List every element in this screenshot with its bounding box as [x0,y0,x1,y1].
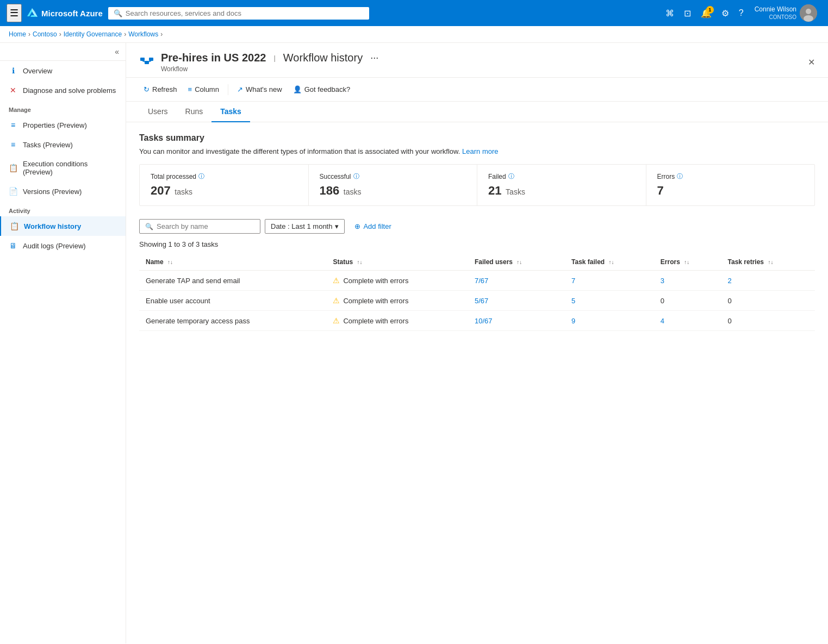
refresh-icon: ↻ [144,85,150,93]
errors-link-0[interactable]: 3 [661,277,664,285]
sidebar-item-properties[interactable]: ≡ Properties (Preview) [0,115,126,135]
settings-button[interactable]: ⚙ [718,5,732,22]
cloud-shell-button[interactable]: ⌘ [662,5,677,22]
sidebar-item-diagnose[interactable]: ✕ Diagnose and solve problems [0,80,126,100]
errors-link-2[interactable]: 4 [661,317,664,325]
status-text-2: Complete with errors [343,317,408,325]
info-icon: ℹ [9,66,17,75]
hamburger-menu[interactable]: ☰ [7,4,22,22]
successful-info-icon[interactable]: ⓘ [353,172,359,180]
failed-info-icon[interactable]: ⓘ [508,172,514,180]
task-retries-sort-icon[interactable]: ↑↓ [768,259,773,265]
sidebar-item-audit-logs[interactable]: 🖥 Audit logs (Preview) [0,236,126,255]
column-button[interactable]: ≡ Column [184,82,223,97]
failed-users-link-0[interactable]: 7/67 [475,277,488,285]
card-successful: Successful ⓘ 186 tasks [309,165,478,205]
refresh-label: Refresh [152,85,177,93]
sidebar-item-overview[interactable]: ℹ Overview [0,61,126,80]
task-failed-link-0[interactable]: 7 [571,277,575,285]
breadcrumb-home[interactable]: Home [9,30,26,38]
workflow-history-icon: 📋 [10,222,18,230]
summary-cards: Total processed ⓘ 207 tasks Successful ⓘ… [139,164,815,206]
sidebar-label-tasks: Tasks (Preview) [23,141,73,149]
total-processed-unit: tasks [175,187,192,196]
errors-value: 7 [657,184,664,197]
manage-section-header: Manage [0,100,126,115]
feedback-label: Got feedback? [304,85,351,93]
cell-name-2: Generate temporary access pass [139,311,326,331]
errors-value-1: 0 [661,297,664,305]
breadcrumb-sep-1: › [28,30,30,38]
tab-users[interactable]: Users [139,102,177,122]
sidebar-item-versions[interactable]: 📄 Versions (Preview) [0,182,126,201]
successful-label: Successful [320,173,351,180]
failed-users-sort-icon[interactable]: ↑↓ [516,259,522,265]
notifications-button[interactable]: 🔔 1 [698,5,715,22]
name-sort-icon[interactable]: ↑↓ [167,259,173,265]
learn-more-link[interactable]: Learn more [462,147,498,155]
directory-button[interactable]: ⊡ [681,5,694,22]
user-company: CONTOSO [755,14,796,21]
brand-name: Microsoft Azure [41,9,103,18]
task-failed-sort-icon[interactable]: ↑↓ [609,259,614,265]
tab-tasks[interactable]: Tasks [211,102,250,122]
search-input[interactable] [126,9,364,17]
page-header: Pre-hires in US 2022 | Workflow history … [126,43,828,78]
whats-new-label: What's new [246,85,282,93]
breadcrumb-contoso[interactable]: Contoso [33,30,57,38]
cloud-shell-icon: ⌘ [665,9,674,18]
sidebar-item-execution[interactable]: 📋 Execution conditions (Preview) [0,154,126,182]
user-profile[interactable]: Connie Wilson CONTOSO [750,2,821,24]
whats-new-button[interactable]: ↗ What's new [233,82,287,97]
section-description: You can monitor and investigate the diff… [139,147,815,155]
cell-failed-users-0: 7/67 [468,271,565,291]
failed-users-link-1[interactable]: 5/67 [475,297,488,305]
breadcrumb-workflows[interactable]: Workflows [128,30,158,38]
add-filter-button[interactable]: ⊕ Add filter [349,220,396,233]
date-filter-label: Date : Last 1 month [271,222,332,230]
failed-users-link-2[interactable]: 10/67 [475,317,493,325]
status-sort-icon[interactable]: ↑↓ [357,259,363,265]
col-header-status: Status ↑↓ [326,254,468,271]
name-search-input[interactable] [157,222,254,230]
collapse-icon: « [115,47,119,56]
cell-failed-users-2: 10/67 [468,311,565,331]
sidebar-item-tasks[interactable]: ≡ Tasks (Preview) [0,135,126,154]
errors-sort-icon[interactable]: ↑↓ [684,259,689,265]
tabs: Users Runs Tasks [126,102,828,122]
sidebar-item-workflow-history[interactable]: 📋 Workflow history [0,216,126,236]
total-processed-info-icon[interactable]: ⓘ [198,172,204,180]
warning-icon: ⚠ [333,316,340,325]
cell-task-failed-0: 7 [565,271,654,291]
failed-label: Failed [488,173,506,180]
help-button[interactable]: ? [736,5,747,21]
sidebar-collapse-area: « [0,43,126,61]
sidebar-collapse-button[interactable]: « [115,47,119,56]
search-input-container[interactable]: 🔍 [139,219,260,234]
close-button[interactable]: ✕ [808,57,815,67]
global-search[interactable]: 🔍 [108,7,369,20]
close-icon: ✕ [808,58,815,67]
breadcrumb-identity-governance[interactable]: Identity Governance [64,30,122,38]
avatar[interactable] [800,4,817,22]
table-row: Generate TAP and send email ⚠ Complete w… [139,271,815,291]
refresh-button[interactable]: ↻ Refresh [139,82,182,97]
activity-section-header: Activity [0,201,126,216]
brand-logo: Microsoft Azure [27,8,103,18]
feedback-button[interactable]: 👤 Got feedback? [289,82,355,97]
versions-icon: 📄 [9,187,17,196]
column-icon: ≡ [188,85,192,93]
sidebar: « ℹ Overview ✕ Diagnose and solve proble… [0,43,126,643]
col-header-errors: Errors ↑↓ [654,254,721,271]
retries-link-0[interactable]: 2 [728,277,732,285]
section-title: Tasks summary [139,133,815,143]
task-failed-link-1[interactable]: 5 [571,297,575,305]
more-options-button[interactable]: ··· [370,52,378,64]
errors-info-icon[interactable]: ⓘ [677,172,683,180]
breadcrumb-sep-3: › [124,30,126,38]
col-header-name: Name ↑↓ [139,254,326,271]
task-failed-link-2[interactable]: 9 [571,317,575,325]
tab-runs[interactable]: Runs [177,102,212,122]
svg-point-4 [804,15,813,22]
date-filter-button[interactable]: Date : Last 1 month ▾ [265,219,345,234]
